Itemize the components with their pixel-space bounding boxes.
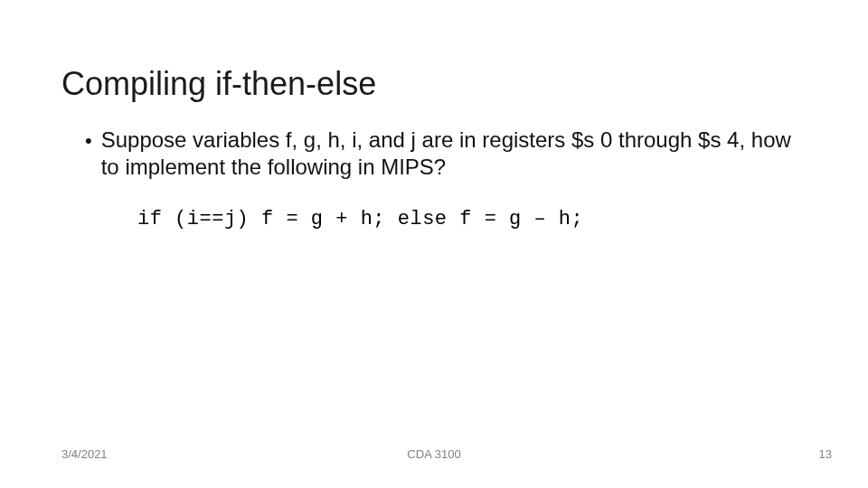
bullet-dot-icon: •	[85, 128, 92, 154]
slide-body: • Suppose variables f, g, h, i, and j ar…	[85, 127, 796, 181]
footer-page-number: 13	[819, 447, 832, 461]
slide-title: Compiling if-then-else	[61, 65, 376, 103]
bullet-text: Suppose variables f, g, h, i, and j are …	[101, 127, 796, 181]
slide: Compiling if-then-else • Suppose variabl…	[0, 0, 868, 488]
code-line: if (i==j) f = g + h; else f = g – h;	[137, 208, 583, 230]
footer-course: CDA 3100	[0, 447, 868, 461]
bullet-item: • Suppose variables f, g, h, i, and j ar…	[85, 127, 796, 181]
